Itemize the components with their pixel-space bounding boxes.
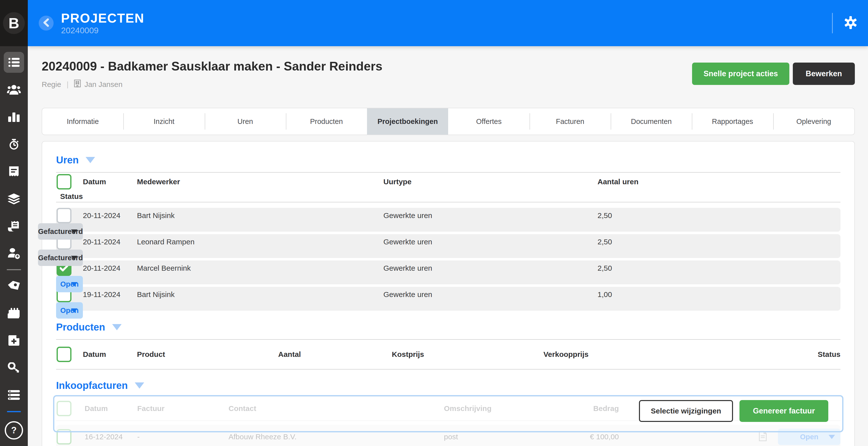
chevron-down-icon [86,157,95,163]
status-badge[interactable]: Gefactureerd [38,223,83,240]
producten-section-title[interactable]: Producten [56,322,840,333]
table-row: 19-11-2024 Bart Nijsink Gewerkte uren 1,… [56,287,840,311]
sidebar-item-stats[interactable] [0,103,28,130]
sidebar-item-user-calculation[interactable] [0,240,28,267]
app-logo[interactable]: B [0,0,28,46]
cell-aantal: 2,50 [597,238,840,246]
cell-aantal: 1,00 [597,290,840,299]
cell-uurtype: Gewerkte uren [383,264,597,272]
gear-icon[interactable] [844,16,858,31]
tag-icon [8,281,20,291]
sidebar-item-keys[interactable] [0,354,28,381]
tab-documenten[interactable]: Documenten [611,108,692,135]
tab-projectboekingen[interactable]: Projectboekingen [367,108,448,135]
ink-col-datum: Datum [85,404,137,413]
tab-oplevering[interactable]: Oplevering [773,108,854,135]
sidebar-item-notes[interactable] [0,158,28,185]
sidebar-item-team[interactable] [0,76,28,103]
producten-title-label: Producten [56,322,105,333]
tab-facturen[interactable]: Facturen [530,108,611,135]
edit-button[interactable]: Bewerken [793,63,855,85]
tab-bar: Informatie Inzicht Uren Producten Projec… [42,108,855,135]
inkoopfacturen-title-label: Inkoopfacturen [56,380,128,391]
chevron-down-icon [71,230,78,234]
sidebar-nav [0,46,28,409]
sidebar-item-add-document[interactable] [0,327,28,354]
row-checkbox[interactable] [57,208,71,223]
chevron-down-icon [135,382,144,389]
list-icon [8,57,20,67]
invoice-document-icon[interactable] [758,431,767,443]
cell-datum: 20-11-2024 [83,211,137,220]
tab-rapportages[interactable]: Rapportages [692,108,773,135]
selection-action-bar: Selectie wijzigingen Genereer factuur [639,400,828,422]
chevron-down-icon [829,435,835,439]
status-badge[interactable]: Open [56,302,83,319]
status-badge[interactable]: Open [56,276,83,292]
cell-medewerker: Bart Nijsink [137,290,383,299]
cell-medewerker: Bart Nijsink [137,211,383,220]
uren-col-aantal: Aantal uren [597,178,840,186]
sidebar-item-layers[interactable] [0,185,28,213]
prod-col-product: Product [137,350,278,359]
cell-uurtype: Gewerkte uren [383,211,597,220]
key-icon [8,362,20,373]
building-icon [74,80,81,89]
uren-section-title[interactable]: Uren [56,154,840,166]
help-button[interactable]: ? [5,421,23,440]
cell-aantal: 2,50 [597,264,840,272]
topbar-right [832,13,868,33]
cell-bedrag: € 100,00 [573,433,619,441]
inkoopfacturen-panel: Datum Factuur Contact Omschrijving Bedra… [56,396,840,446]
table-row: 20-11-2024 Bart Nijsink Gewerkte uren 2,… [56,208,840,232]
user-calc-icon [7,248,20,259]
cell-datum: 20-11-2024 [83,264,137,272]
ink-col-contact: Contact [228,404,444,413]
status-badge[interactable]: Gefactureerd [38,249,83,266]
sidebar-item-calendar[interactable] [0,299,28,327]
document-add-icon [8,335,19,346]
chevron-left-icon [43,19,50,28]
generate-invoice-button[interactable]: Genereer factuur [740,400,828,422]
sidebar-item-projects[interactable] [0,49,28,76]
producten-select-all-checkbox[interactable] [57,347,71,362]
prod-col-aantal: Aantal [278,350,392,359]
cell-uurtype: Gewerkte uren [383,238,597,246]
tab-inzicht[interactable]: Inzicht [123,108,205,135]
sidebar: B [0,0,28,446]
uren-table-header: Datum Medewerker Uurtype Aantal uren Sta… [56,173,840,202]
back-button[interactable] [39,16,54,31]
topbar-titles: PROJECTEN 20240009 [61,12,145,34]
cell-medewerker: Leonard Rampen [137,238,383,246]
sidebar-item-tags[interactable] [0,272,28,299]
tab-producten[interactable]: Producten [286,108,367,135]
cell-medewerker: Marcel Beernink [137,264,383,272]
tab-uren[interactable]: Uren [205,108,286,135]
stopwatch-icon [8,139,19,150]
status-label: Open [800,433,818,441]
people-icon [7,85,21,95]
ink-col-factuur: Factuur [137,404,228,413]
divider [56,369,840,369]
project-type-label: Regie [42,80,61,89]
status-badge[interactable]: Open [778,428,840,445]
list-alt-icon [8,390,20,400]
table-row: 16-12-2024 - Afbouw Rheeze B.V. post € 1… [56,425,840,446]
selection-changes-button[interactable]: Selectie wijzigingen [639,400,733,422]
inkoopfacturen-section-title[interactable]: Inkoopfacturen [56,380,840,391]
sidebar-item-invoices[interactable] [0,213,28,240]
cell-factuur: - [137,433,228,441]
sidebar-item-lists[interactable] [0,381,28,409]
quick-actions-button[interactable]: Snelle project acties [692,63,789,85]
prod-col-status: Status [717,350,840,359]
row-checkbox[interactable] [57,429,71,445]
chevron-down-icon [71,308,78,313]
main-card: Uren Datum Medewerker Uurtype Aantal ure… [42,141,855,446]
document-icon [9,167,19,177]
inkoop-select-all-checkbox[interactable] [57,401,71,416]
uren-select-all-checkbox[interactable] [57,174,71,189]
sidebar-item-time[interactable] [0,130,28,158]
tab-informatie[interactable]: Informatie [42,108,123,135]
tab-offertes[interactable]: Offertes [448,108,529,135]
layers-icon [8,194,20,204]
